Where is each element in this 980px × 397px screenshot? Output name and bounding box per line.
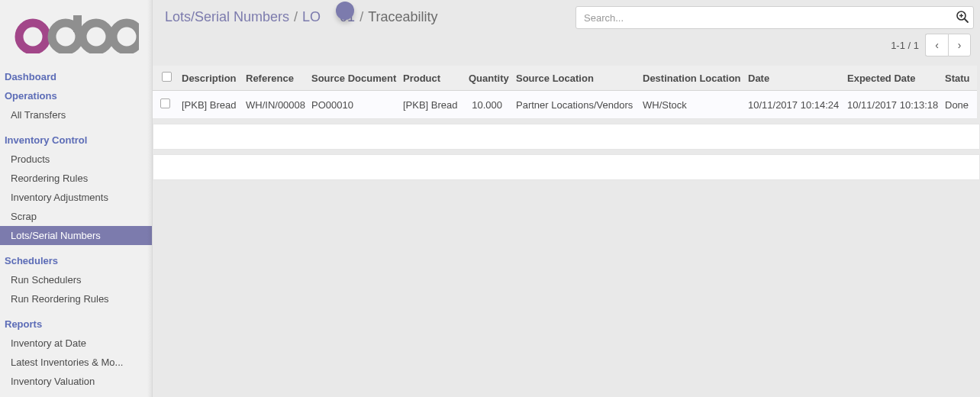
nav-item-lots-serial[interactable]: Lots/Serial Numbers bbox=[0, 226, 152, 245]
nav-item-reordering-rules[interactable]: Reordering Rules bbox=[0, 169, 152, 188]
odoo-logo-icon bbox=[14, 15, 139, 53]
row-checkbox[interactable] bbox=[160, 98, 170, 108]
pager: 1-1 / 1 ‹ › bbox=[891, 34, 974, 56]
col-select-all bbox=[153, 66, 177, 91]
pager-next-button[interactable]: › bbox=[948, 34, 971, 56]
svg-line-6 bbox=[965, 19, 968, 22]
search-box bbox=[575, 6, 974, 29]
col-description[interactable]: Description bbox=[177, 66, 241, 91]
nav-item-all-transfers[interactable]: All Transfers bbox=[0, 105, 152, 124]
nav-item-run-reordering-rules[interactable]: Run Reordering Rules bbox=[0, 289, 152, 308]
nav-header-inventory-control[interactable]: Inventory Control bbox=[0, 131, 152, 150]
search-plus-icon[interactable] bbox=[956, 10, 969, 27]
main-content: Lots/Serial Numbers / LO 01 / Traceabili… bbox=[153, 0, 980, 397]
nav-item-run-schedulers[interactable]: Run Schedulers bbox=[0, 270, 152, 289]
nav-header-reports[interactable]: Reports bbox=[0, 315, 152, 334]
col-product[interactable]: Product bbox=[398, 66, 464, 91]
chevron-left-icon: ‹ bbox=[935, 39, 939, 51]
col-quantity[interactable]: Quantity bbox=[464, 66, 511, 91]
svg-point-3 bbox=[82, 23, 110, 50]
topbar-right: 1-1 / 1 ‹ › bbox=[575, 6, 974, 56]
nav-item-inventory-adjustments[interactable]: Inventory Adjustments bbox=[0, 188, 152, 207]
nav-item-inventory-at-date[interactable]: Inventory at Date bbox=[0, 334, 152, 353]
nav-item-products[interactable]: Products bbox=[0, 150, 152, 169]
cell-source-location: Partner Locations/Vendors bbox=[511, 91, 638, 119]
cell-description: [PKB] Bread bbox=[177, 91, 241, 119]
svg-point-4 bbox=[113, 23, 139, 50]
nav-item-latest-inventories[interactable]: Latest Inventories & Mo... bbox=[0, 353, 152, 372]
breadcrumb-separator: / bbox=[359, 9, 363, 25]
table-row[interactable]: [PKB] Bread WH/IN/00008 PO00010 [PKB] Br… bbox=[153, 91, 977, 119]
nav-item-scrap[interactable]: Scrap bbox=[0, 207, 152, 226]
col-expected-date[interactable]: Expected Date bbox=[843, 66, 940, 91]
topbar: Lots/Serial Numbers / LO 01 / Traceabili… bbox=[153, 0, 980, 56]
pager-buttons: ‹ › bbox=[925, 34, 971, 56]
cell-reference: WH/IN/00008 bbox=[241, 91, 307, 119]
highlight-dot-icon bbox=[336, 2, 354, 20]
col-reference[interactable]: Reference bbox=[241, 66, 307, 91]
pager-prev-button[interactable]: ‹ bbox=[925, 34, 948, 56]
cell-quantity: 10.000 bbox=[464, 91, 511, 119]
col-source-location[interactable]: Source Location bbox=[511, 66, 638, 91]
col-source-document[interactable]: Source Document bbox=[307, 66, 398, 91]
breadcrumb-lots-serial[interactable]: Lots/Serial Numbers bbox=[165, 9, 289, 25]
cell-product: [PKB] Bread bbox=[398, 91, 464, 119]
nav-header-schedulers[interactable]: Schedulers bbox=[0, 251, 152, 270]
cell-expected-date: 10/11/2017 10:13:18 bbox=[843, 91, 940, 119]
cell-destination-location: WH/Stock bbox=[638, 91, 743, 119]
cell-source-document: PO00010 bbox=[307, 91, 398, 119]
chevron-right-icon: › bbox=[958, 39, 962, 51]
nav-item-inventory-valuation[interactable]: Inventory Valuation bbox=[0, 372, 152, 391]
nav-header-dashboard[interactable]: Dashboard bbox=[0, 67, 152, 86]
brand-logo bbox=[0, 0, 152, 67]
col-destination-location[interactable]: Destination Location bbox=[638, 66, 743, 91]
breadcrumb-current: Traceability bbox=[368, 9, 437, 25]
app-root: Dashboard Operations All Transfers Inven… bbox=[0, 0, 980, 397]
cell-status: Done bbox=[940, 91, 977, 119]
col-status[interactable]: Statu bbox=[940, 66, 977, 91]
col-date[interactable]: Date bbox=[743, 66, 843, 91]
traceability-table: Description Reference Source Document Pr… bbox=[153, 66, 977, 119]
pager-range: 1-1 / 1 bbox=[891, 40, 919, 51]
trailing-space bbox=[153, 124, 980, 180]
nav-header-operations[interactable]: Operations bbox=[0, 86, 152, 105]
select-all-checkbox[interactable] bbox=[162, 72, 172, 82]
breadcrumb: Lots/Serial Numbers / LO 01 / Traceabili… bbox=[165, 6, 438, 25]
breadcrumb-separator: / bbox=[294, 9, 298, 25]
sidebar: Dashboard Operations All Transfers Inven… bbox=[0, 0, 153, 397]
table-container: Description Reference Source Document Pr… bbox=[153, 66, 980, 185]
search-input[interactable] bbox=[575, 6, 974, 29]
cell-date: 10/11/2017 10:14:24 bbox=[743, 91, 843, 119]
svg-point-0 bbox=[19, 23, 47, 50]
